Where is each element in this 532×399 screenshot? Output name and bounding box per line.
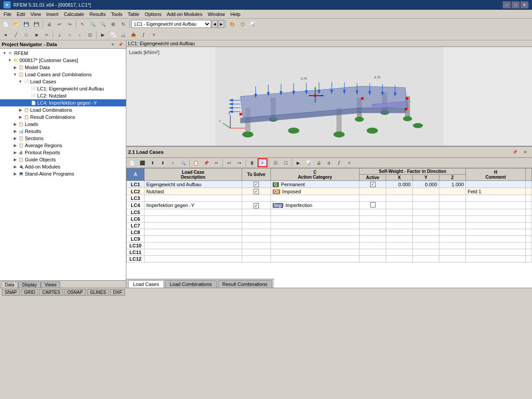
expand-sections-icon[interactable]: ▶ <box>12 136 18 141</box>
cell-action-category[interactable] <box>271 195 360 202</box>
expand-printout-icon[interactable]: ▶ <box>12 150 18 155</box>
cell-to-solve[interactable] <box>242 181 271 188</box>
combo-prev-button[interactable]: ◀ <box>211 20 218 28</box>
menu-results[interactable]: Results <box>87 11 109 18</box>
redo-button[interactable]: ↪ <box>65 20 74 28</box>
cell-comment[interactable] <box>466 223 526 229</box>
cell-comment[interactable] <box>466 209 526 216</box>
tb-print[interactable]: 🖨 <box>314 158 324 167</box>
cell-sw-z[interactable] <box>439 209 466 216</box>
cell-sw-x[interactable] <box>386 188 413 195</box>
save-all-button[interactable]: 💾 <box>31 20 41 28</box>
zoom-out-button[interactable]: 🔍 <box>98 20 108 28</box>
cell-sw-y[interactable] <box>413 249 439 256</box>
nav-pin-button[interactable]: 📌 <box>117 41 124 47</box>
zoom-all-button[interactable]: ⊞ <box>108 20 118 28</box>
cell-description[interactable] <box>145 256 242 262</box>
menu-view[interactable]: View <box>28 11 44 18</box>
render-button[interactable]: 🎨 <box>227 20 237 28</box>
status-osnap[interactable]: OSNAP <box>64 289 86 296</box>
menu-table[interactable]: Table <box>125 11 142 18</box>
tb-move-up[interactable]: ⬆ <box>148 158 157 167</box>
cell-action-category[interactable] <box>271 229 360 236</box>
cell-action-category[interactable]: OI Imposed <box>271 188 360 195</box>
cell-sw-y[interactable] <box>413 229 439 236</box>
cell-sw-active[interactable] <box>360 209 386 216</box>
table-row[interactable]: LC6 <box>127 216 532 223</box>
cell-sw-active[interactable] <box>360 256 386 262</box>
tree-item-results[interactable]: ▶ 📊 Results <box>0 128 126 135</box>
tb-calc[interactable]: ▶ <box>293 158 303 167</box>
expand-lc-icon[interactable]: ▼ <box>18 79 23 84</box>
menu-tools[interactable]: Tools <box>108 11 125 18</box>
cell-sw-x[interactable] <box>386 209 413 216</box>
cell-to-solve[interactable] <box>242 249 271 256</box>
tb-alpha[interactable]: α <box>324 158 334 167</box>
status-glines[interactable]: GLINES <box>87 289 110 296</box>
tb-check-all[interactable]: ☑ <box>270 158 280 167</box>
panel-header-controls[interactable]: 📌 ✕ <box>510 148 530 156</box>
cell-sw-x[interactable] <box>386 243 413 249</box>
section-button[interactable]: ⊡ <box>85 30 95 39</box>
cell-comment[interactable]: Feld 1 <box>466 188 526 195</box>
cell-sw-x[interactable] <box>386 249 413 256</box>
cell-sw-y[interactable] <box>413 216 439 223</box>
cell-description[interactable] <box>145 223 242 229</box>
cell-sw-x[interactable] <box>386 202 413 209</box>
tree-item-lc2[interactable]: 📄 LC2: Nutzlast <box>0 92 126 99</box>
tree-item-lc4[interactable]: 📄 LC4: Imperfektion gegen -Y <box>0 99 126 106</box>
nav-tab-display[interactable]: Display <box>18 282 41 288</box>
table-row[interactable]: LC9 <box>127 236 532 243</box>
node-button[interactable]: ● <box>1 30 11 39</box>
nav-tab-data[interactable]: Data <box>1 282 18 288</box>
cell-sw-y[interactable] <box>413 223 439 229</box>
cell-sw-z[interactable] <box>439 195 466 202</box>
cell-sw-z[interactable] <box>439 236 466 243</box>
cell-sw-z[interactable] <box>439 188 466 195</box>
cell-sw-active[interactable] <box>360 216 386 223</box>
cell-sw-z[interactable] <box>439 202 466 209</box>
cell-description[interactable] <box>145 216 242 223</box>
expand-guide-icon[interactable]: ▶ <box>12 157 18 162</box>
cell-action-category[interactable]: G Permanent <box>271 181 360 188</box>
expand-lcomb-icon[interactable]: ▶ <box>18 107 23 113</box>
tree-item-model-data[interactable]: ▶ 📋 Model Data <box>0 64 126 71</box>
undo-button[interactable]: ↩ <box>55 20 64 28</box>
cell-sw-active[interactable] <box>360 202 386 209</box>
cell-description[interactable] <box>145 195 242 202</box>
save-button[interactable]: 💾 <box>21 20 31 28</box>
table-row[interactable]: LC8 <box>127 229 532 236</box>
tb-add-row[interactable]: + <box>258 158 267 167</box>
status-snap[interactable]: SNAP <box>2 289 20 296</box>
cell-to-solve[interactable] <box>242 243 271 249</box>
tb-copy[interactable]: 📋 <box>191 158 201 167</box>
checkbox-solve[interactable] <box>254 189 259 194</box>
title-bar-controls[interactable]: ─ □ ✕ <box>503 1 528 8</box>
cell-sw-x[interactable] <box>386 216 413 223</box>
cell-description[interactable] <box>145 209 242 216</box>
tree-item-lc1[interactable]: 📄 LC1: Eigengewicht und Aufbau <box>0 85 126 92</box>
expand-avg-icon[interactable]: ▶ <box>12 143 18 148</box>
tb-undo[interactable]: ↩ <box>224 158 234 167</box>
expand-project-icon[interactable]: ▼ <box>7 58 12 63</box>
hinge-button[interactable]: ○ <box>65 30 74 39</box>
cell-sw-z[interactable] <box>439 216 466 223</box>
cell-sw-x[interactable] <box>386 229 413 236</box>
extra-button[interactable]: × <box>149 30 159 39</box>
cell-action-category[interactable] <box>271 236 360 243</box>
tb-sort[interactable]: ↕ <box>168 158 178 167</box>
cell-sw-z[interactable] <box>439 229 466 236</box>
checkbox-sw-active[interactable] <box>370 182 376 187</box>
expand-lcc-icon[interactable]: ▼ <box>12 72 18 77</box>
maximize-button[interactable]: □ <box>512 1 520 8</box>
tree-item-result-combinations[interactable]: ▶ 📋 Result Combinations <box>0 113 126 121</box>
menu-file[interactable]: File <box>1 11 14 18</box>
cell-to-solve[interactable] <box>242 188 271 195</box>
tree-item-project[interactable]: ▼ 📁 000817* [Customer Cases] <box>0 57 126 64</box>
cell-comment[interactable] <box>466 202 526 209</box>
tree-item-avg-regions[interactable]: ▶ 📋 Average Regions <box>0 142 126 149</box>
tree-item-rfem[interactable]: ▼ R RFEM <box>0 50 126 57</box>
select-button[interactable]: ↖ <box>78 20 87 28</box>
tb-paste[interactable]: 📌 <box>201 158 211 167</box>
cell-sw-z[interactable] <box>439 223 466 229</box>
